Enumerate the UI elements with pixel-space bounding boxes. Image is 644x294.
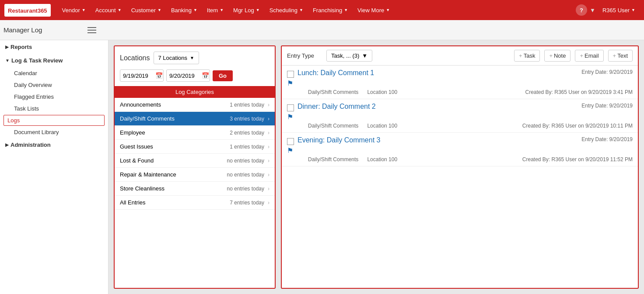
user-arrow: ▼ [631, 8, 635, 12]
entry-created-by: Created By: R365 User on 9/20/2019 10:11… [522, 123, 633, 129]
flag-icon[interactable]: ⚑ [287, 79, 294, 87]
logtask-label: Log & Task Review [11, 57, 63, 64]
entry-title[interactable]: Evening: Daily Comment 3 [298, 136, 581, 144]
top-navigation: Restaurant365 Vendor ▼ Account ▼ Custome… [0, 0, 644, 20]
nav-customer[interactable]: Customer ▼ [127, 4, 166, 16]
right-panel: Entry Type Task, ... (3) ▼ + Task + Note… [281, 45, 639, 289]
entry-type-value: Task, ... (3) [331, 52, 359, 59]
nav-scheduling[interactable]: Scheduling ▼ [265, 4, 308, 16]
hamburger-button[interactable] [86, 24, 98, 36]
email-plus-icon: + [580, 52, 583, 59]
add-email-button[interactable]: + Email [575, 50, 603, 62]
sidebar-item-flagged-entries[interactable]: Flagged Entries [0, 91, 108, 103]
entry-type-button[interactable]: Task, ... (3) ▼ [326, 50, 372, 62]
entry-item: ⚑ Lunch: Daily Comment 1 Entry Date: 9/2… [282, 66, 638, 99]
end-date-field[interactable] [169, 73, 200, 79]
start-date-calendar-icon[interactable]: 📅 [155, 72, 163, 79]
entry-meta: Daily/Shift Comments Location 100 Create… [287, 156, 633, 163]
franchising-arrow: ▼ [344, 8, 348, 12]
nav-mgrlog[interactable]: Mgr Log ▼ [229, 4, 264, 16]
category-name: Lost & Found [120, 157, 227, 164]
flag-icon[interactable]: ⚑ [287, 113, 294, 121]
sidebar: ▶ Reports ▼ Log & Task Review Calendar D… [0, 40, 108, 294]
category-row[interactable]: Guest Issues 1 entries today › [115, 140, 275, 154]
entry-location: Location 100 [367, 156, 397, 163]
help-arrow: ▼ [590, 7, 595, 14]
entry-title[interactable]: Lunch: Daily Comment 1 [298, 69, 581, 77]
reports-label: Reports [10, 44, 32, 50]
category-list: Announcements 1 entries today › Daily/Sh… [115, 98, 275, 288]
entry-location: Location 100 [367, 123, 397, 129]
locations-label: Locations [120, 54, 150, 62]
category-name: All Entries [120, 199, 230, 206]
end-date-calendar-icon[interactable]: 📅 [202, 72, 209, 79]
category-chevron-icon: › [268, 116, 270, 122]
task-plus-icon: + [519, 52, 522, 59]
entry-date: Entry Date: 9/20/2019 [581, 103, 633, 109]
go-button[interactable]: Go [213, 70, 233, 81]
sidebar-group-reports[interactable]: ▶ Reports [0, 40, 108, 54]
logtask-expand-icon: ▼ [5, 58, 10, 63]
entry-date: Entry Date: 9/20/2019 [581, 136, 633, 142]
mgrlog-arrow: ▼ [256, 8, 260, 12]
category-name: Employee [120, 129, 230, 136]
entry-item: ⚑ Dinner: Daily Comment 2 Entry Date: 9/… [282, 99, 638, 133]
sidebar-group-logtask[interactable]: ▼ Log & Task Review [0, 54, 108, 67]
category-name: Guest Issues [120, 143, 230, 150]
nav-banking[interactable]: Banking ▼ [167, 4, 202, 16]
category-count: 1 entries today [230, 102, 264, 108]
category-row[interactable]: Lost & Found no entries today › [115, 154, 275, 168]
content-area: Locations 7 Locations ▼ 📅 📅 Go Log Categ… [108, 40, 644, 294]
entry-location: Location 100 [367, 89, 397, 95]
category-row[interactable]: Repair & Maintenance no entries today › [115, 168, 275, 182]
start-date-input[interactable]: 📅 [120, 69, 164, 82]
nav-account[interactable]: Account ▼ [91, 4, 126, 16]
category-count: 7 entries today [230, 200, 264, 206]
start-date-field[interactable] [123, 73, 154, 79]
entry-category: Daily/Shift Comments [308, 89, 358, 95]
nav-item[interactable]: Item ▼ [203, 4, 228, 16]
entry-checkbox[interactable] [287, 138, 294, 145]
add-task-button[interactable]: + Task [514, 50, 540, 62]
category-row[interactable]: Announcements 1 entries today › [115, 98, 275, 112]
category-row[interactable]: Store Cleanliness no entries today › [115, 182, 275, 196]
right-panel-header: Entry Type Task, ... (3) ▼ + Task + Note… [282, 46, 638, 66]
sidebar-item-daily-overview[interactable]: Daily Overview [0, 79, 108, 91]
end-date-input[interactable]: 📅 [166, 69, 210, 82]
category-chevron-icon: › [268, 200, 270, 206]
brand-logo[interactable]: Restaurant365 [4, 4, 51, 17]
sidebar-item-document-library[interactable]: Document Library [0, 126, 108, 138]
nav-franchising[interactable]: Franchising ▼ [308, 4, 352, 16]
admin-label: Administration [10, 142, 51, 148]
locations-row: Locations 7 Locations ▼ [115, 46, 275, 69]
sidebar-item-calendar[interactable]: Calendar [0, 67, 108, 79]
subheader: Manager Log [0, 20, 644, 40]
sidebar-group-administration[interactable]: ▶ Administration [0, 138, 108, 152]
category-name: Store Cleanliness [120, 185, 227, 192]
category-row[interactable]: All Entries 7 entries today › [115, 196, 275, 210]
category-row[interactable]: Employee 2 entries today › [115, 126, 275, 140]
reports-expand-icon: ▶ [5, 45, 9, 49]
flag-icon[interactable]: ⚑ [287, 146, 294, 155]
entry-type-dropdown-icon: ▼ [362, 52, 368, 59]
nav-right-section: ? ▼ R365 User ▼ [576, 4, 640, 16]
entry-checkbox[interactable] [287, 104, 294, 111]
nav-vendor[interactable]: Vendor ▼ [58, 4, 90, 16]
sidebar-item-logs[interactable]: Logs [4, 115, 105, 126]
add-text-button[interactable]: + Text [608, 50, 633, 62]
nav-viewmore[interactable]: View More ▼ [353, 4, 394, 16]
vendor-arrow: ▼ [82, 8, 86, 12]
user-menu[interactable]: R365 User ▼ [598, 4, 640, 16]
category-chevron-icon: › [268, 158, 270, 164]
left-panel: Locations 7 Locations ▼ 📅 📅 Go Log Categ… [114, 45, 276, 289]
category-row[interactable]: Daily/Shift Comments 3 entries today › [115, 112, 275, 126]
locations-button[interactable]: 7 Locations ▼ [154, 52, 199, 64]
page-title: Manager Log [4, 26, 82, 34]
add-note-button[interactable]: + Note [544, 50, 570, 62]
entry-checkbox[interactable] [287, 71, 294, 78]
date-range-row: 📅 📅 Go [115, 69, 275, 86]
help-button[interactable]: ? [576, 4, 587, 16]
entry-date: Entry Date: 9/20/2019 [581, 69, 633, 75]
sidebar-item-task-lists[interactable]: Task Lists [0, 103, 108, 114]
entry-title[interactable]: Dinner: Daily Comment 2 [298, 103, 581, 111]
